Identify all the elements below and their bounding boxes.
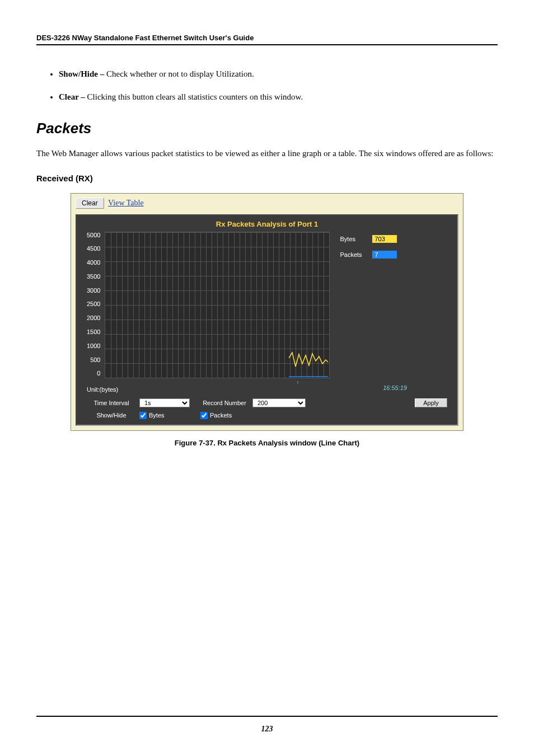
bullet-item: Show/Hide – Check whether or not to disp… — [59, 68, 498, 81]
clear-button[interactable]: Clear — [76, 198, 104, 209]
y-tick: 4500 — [87, 245, 100, 252]
bullet-list: Show/Hide – Check whether or not to disp… — [36, 68, 498, 103]
document-page: DES-3226 NWay Standalone Fast Ethernet S… — [0, 0, 534, 756]
x-axis-timestamp: 16:55:19 — [383, 384, 407, 391]
y-tick: 2000 — [87, 314, 100, 321]
form-row-2: Show/Hide Bytes Packets — [77, 410, 457, 425]
bullet-item: Clear – Clicking this button clears all … — [59, 91, 498, 104]
packets-checkbox[interactable] — [200, 412, 208, 419]
legend-bytes-value: 703 — [372, 235, 397, 243]
chart-body: 5000 4500 4000 3500 3000 2500 2000 1500 … — [77, 232, 457, 382]
doc-header-title: DES-3226 NWay Standalone Fast Ethernet S… — [36, 34, 498, 42]
record-number-label: Record Number — [196, 400, 252, 406]
y-tick: 3500 — [87, 273, 100, 280]
legend-packets-label: Packets — [340, 251, 367, 258]
y-tick: 2500 — [87, 300, 100, 307]
figure-caption: Figure 7-37. Rx Packets Analysis window … — [36, 439, 498, 447]
y-tick: 3000 — [87, 287, 100, 294]
legend-bytes-label: Bytes — [340, 236, 367, 242]
form-row-1: Time Interval 1s Record Number 200 Apply — [77, 396, 457, 410]
time-interval-select[interactable]: 1s — [139, 398, 190, 407]
footer-rule — [36, 716, 498, 717]
y-tick: 1000 — [87, 342, 100, 349]
x-marker-icon: ↑ — [296, 379, 299, 386]
y-tick: 4000 — [87, 259, 100, 266]
bytes-checkbox-label: Bytes — [149, 412, 194, 419]
apply-button[interactable]: Apply — [415, 398, 447, 407]
subsection-heading: Received (RX) — [36, 173, 498, 183]
bytes-checkbox[interactable] — [139, 412, 147, 419]
section-heading: Packets — [36, 120, 498, 137]
window-toolbar: Clear View Table — [71, 194, 463, 214]
legend-packets-value: 7 — [372, 251, 397, 259]
bullet-term: Show/Hide – — [59, 69, 106, 78]
header-rule — [36, 44, 498, 45]
packets-trace — [289, 373, 328, 378]
chart-panel: Rx Packets Analysis of Port 1 5000 4500 … — [76, 214, 458, 426]
rx-packets-window: Clear View Table Rx Packets Analysis of … — [71, 193, 463, 431]
y-tick: 500 — [87, 356, 100, 363]
y-axis: 5000 4500 4000 3500 3000 2500 2000 1500 … — [87, 232, 105, 377]
y-tick: 0 — [87, 370, 100, 377]
bullet-desc: Clicking this button clears all statisti… — [87, 92, 303, 101]
plot-area: ↑ — [105, 232, 330, 378]
show-hide-label: Show/Hide — [83, 412, 139, 419]
chart-legend: Bytes 703 Packets 7 — [330, 232, 397, 378]
y-tick: 1500 — [87, 328, 100, 335]
bullet-desc: Check whether or not to display Utilizat… — [106, 69, 254, 78]
record-number-select[interactable]: 200 — [252, 398, 306, 407]
time-interval-label: Time Interval — [83, 400, 139, 406]
view-table-link[interactable]: View Table — [108, 199, 144, 207]
page-number: 123 — [0, 725, 534, 734]
legend-row-packets: Packets 7 — [340, 251, 397, 259]
packets-checkbox-label: Packets — [210, 412, 232, 419]
bullet-term: Clear – — [59, 92, 87, 101]
chart-title: Rx Packets Analysis of Port 1 — [77, 215, 457, 232]
y-tick: 5000 — [87, 232, 100, 238]
body-paragraph: The Web Manager allows various packet st… — [36, 147, 498, 160]
legend-row-bytes: Bytes 703 — [340, 235, 397, 243]
